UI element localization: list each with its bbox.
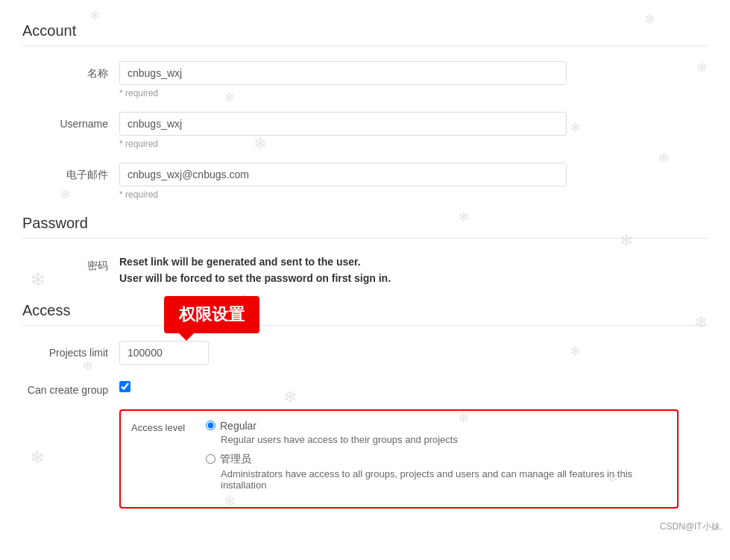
username-control-wrap: * required [119, 112, 708, 149]
username-field-group: Username * required [22, 112, 708, 149]
radio-item-admin: 管理员 Administrators have access to all gr… [206, 453, 667, 491]
radio-regular-desc: Regular users have access to their group… [221, 434, 667, 445]
password-field-group: 密码 Reset link will be generated and sent… [22, 254, 708, 287]
radio-item-regular: Regular Regular users have access to the… [206, 420, 667, 445]
callout-box: 权限设置 [164, 296, 259, 333]
access-section: Access Projects limit 权限设置 Can create gr… [22, 302, 708, 509]
email-label: 电子邮件 [22, 163, 119, 182]
username-required: * required [119, 139, 708, 149]
password-info-line1: Reset link will be generated and sent to… [119, 254, 708, 270]
projects-limit-input[interactable] [119, 341, 209, 365]
radio-regular-label[interactable]: Regular [206, 420, 667, 432]
password-heading: Password [22, 215, 708, 239]
can-create-group-label: Can create group [22, 378, 119, 396]
username-input[interactable] [119, 112, 567, 136]
can-create-group-field-group: Can create group [22, 378, 708, 396]
account-section: Account 名称 * required Username * require… [22, 22, 708, 200]
radio-admin-text: 管理员 [220, 453, 251, 466]
radio-admin-input[interactable] [206, 454, 215, 464]
email-field-group: 电子邮件 * required [22, 163, 708, 200]
radio-admin-label[interactable]: 管理员 [206, 453, 667, 466]
access-level-box: Access level Regular Regular users have … [119, 409, 679, 509]
email-control-wrap: * required [119, 163, 708, 200]
can-create-group-control-wrap [119, 378, 708, 392]
password-info-line2: User will be forced to set the password … [119, 270, 708, 286]
name-control-wrap: * required [119, 61, 708, 98]
watermark: CSDN@IT小妹. [660, 520, 723, 533]
access-level-label-text: Access level [131, 420, 206, 433]
access-level-row: Access level Regular Regular users have … [131, 420, 667, 498]
radio-options: Regular Regular users have access to the… [206, 420, 667, 498]
password-control-wrap: Reset link will be generated and sent to… [119, 254, 708, 287]
name-label: 名称 [22, 61, 119, 81]
projects-limit-control-wrap: 权限设置 [119, 341, 708, 365]
name-required: * required [119, 88, 708, 98]
can-create-group-checkbox[interactable] [119, 381, 130, 392]
email-required: * required [119, 189, 708, 200]
access-level-field-group: Access level Regular Regular users have … [22, 409, 708, 509]
name-field-group: 名称 * required [22, 61, 708, 98]
projects-limit-group: Projects limit 权限设置 [22, 341, 708, 365]
access-heading: Access [22, 302, 708, 326]
snowflake-1: ❄ [89, 7, 101, 24]
name-input[interactable] [119, 61, 567, 85]
password-label: 密码 [22, 254, 119, 273]
account-heading: Account [22, 22, 708, 46]
email-input[interactable] [119, 163, 567, 186]
projects-limit-label: Projects limit [22, 341, 119, 359]
password-info: Reset link will be generated and sent to… [119, 254, 708, 287]
password-section: Password 密码 Reset link will be generated… [22, 215, 708, 287]
username-label: Username [22, 112, 119, 130]
radio-admin-desc: Administrators have access to all groups… [221, 468, 667, 491]
radio-regular-text: Regular [220, 420, 257, 432]
radio-regular-input[interactable] [206, 421, 215, 430]
